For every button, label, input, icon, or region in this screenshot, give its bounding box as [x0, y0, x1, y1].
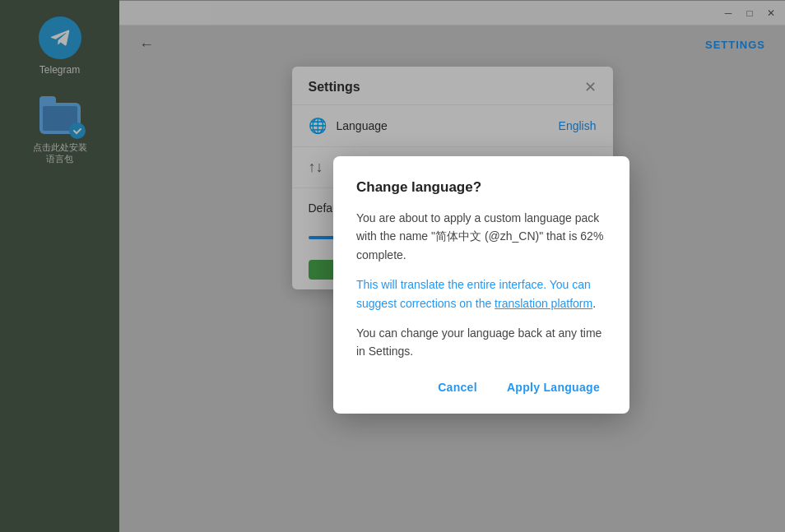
modal-body: You are about to apply a custom language…: [356, 209, 606, 361]
settings-background: ← SETTINGS Settings ✕ 🌐 Language English: [119, 25, 785, 532]
modal-paragraph-2: This will translate the entire interface…: [356, 275, 606, 312]
paragraph2-suffix: .: [592, 297, 596, 310]
desktop: Telegram 点击此处安装 语言包: [0, 0, 785, 532]
change-language-modal: Change language? You are about to apply …: [333, 156, 629, 414]
cancel-button[interactable]: Cancel: [431, 377, 484, 397]
app-window: ─ □ ✕ ← SETTINGS Settings ✕ 🌐 Langua: [119, 0, 785, 532]
modal-paragraph-3: You can change your language back at any…: [356, 324, 606, 361]
modal-actions: Cancel Apply Language: [356, 377, 606, 397]
translation-platform-link[interactable]: translation platform: [495, 297, 592, 310]
apply-language-button[interactable]: Apply Language: [500, 377, 606, 397]
modal-overlay: Change language? You are about to apply …: [119, 25, 785, 532]
modal-title: Change language?: [356, 179, 606, 196]
modal-paragraph-1: You are about to apply a custom language…: [356, 209, 606, 264]
